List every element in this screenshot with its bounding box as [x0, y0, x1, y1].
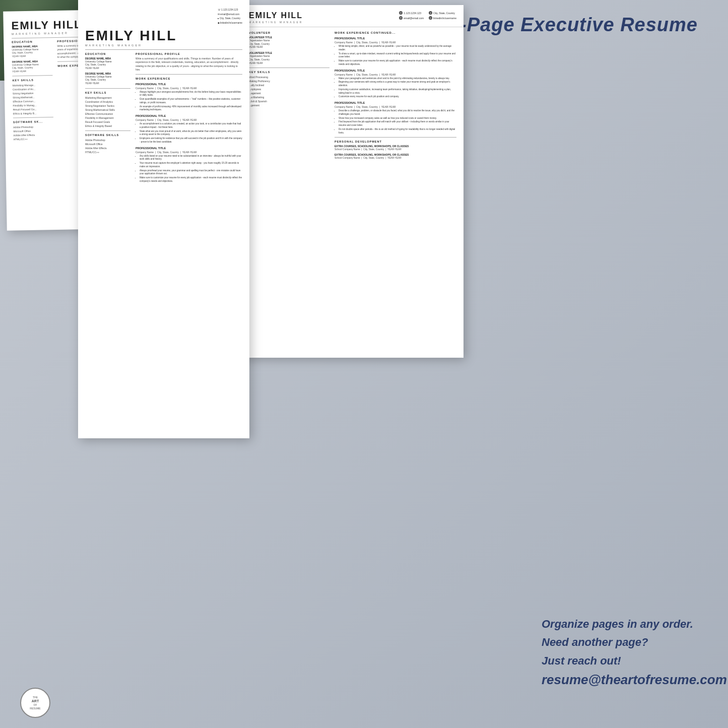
page3-skills-title: KEY SKILLS [249, 71, 329, 74]
page3-volunteer-title: VOLUNTEER [249, 31, 329, 34]
page3-personal-dev-title: PERSONAL DEVELOPMENT [335, 140, 456, 143]
page2-email: ✉ email@email.com [218, 13, 242, 17]
resume-page-3: EMILY HILL MARKETING MANAGER ☏ 1.123.123… [242, 5, 464, 358]
page1-edu-title: EDUCATION [12, 40, 52, 43]
page3-linkedin: in linkedin/in/username [429, 16, 456, 20]
page1-subtitle: MARKETING MANAGER [12, 31, 82, 35]
page3-work-continued-title: WORK EXPERIENCE CONTINUED... [335, 31, 456, 34]
page2-subtitle: MARKETING MANAGER [85, 44, 242, 47]
page3-email: ✉ email@email.com [399, 16, 424, 20]
page2-profile-text: Write a summary of your qualifications a… [136, 57, 242, 72]
promo-line2: Need another page? [542, 635, 713, 650]
page2-linkedin: ◆ linkedin/in/username [218, 21, 242, 26]
page1-software-title: SOFTWARE SK... [13, 120, 53, 123]
promo-line1: Organize pages in any order. [542, 617, 713, 632]
page3-location: ● City, State, Country [429, 11, 456, 15]
art-of-resume-badge: THE ART OF RESUME [20, 688, 50, 718]
page2-name: EMILY HILL [85, 29, 242, 43]
page3-name: EMILY HILL [249, 11, 303, 20]
page2-work-title: WORK EXPERIENCE [136, 77, 242, 80]
page2-job1-bullets: Always highlight your strongest accompli… [136, 91, 242, 112]
page3-subtitle: MARKETING MANAGER [249, 21, 303, 24]
badge-line2: ART [32, 699, 39, 703]
page2-location: ● City, State, Country [218, 17, 242, 21]
page2-profile-title: PROFESSIONAL PROFILE [136, 52, 242, 55]
page1-name: EMILY HILL [12, 19, 82, 31]
page2-job3-bullets: Any skills listed on your resume need to… [136, 155, 242, 183]
page2-edu-title: EDUCATION [85, 52, 130, 55]
page2-skills-title: KEY SKILLS [85, 91, 130, 94]
badge-line4: RESUME [30, 707, 40, 710]
page2-software-title: SOFTWARE SKILLS [85, 134, 130, 137]
promo-email: resume@theartofresume.com [542, 672, 713, 688]
page3-phone: ☏ 1.123.1234.123 [399, 11, 424, 15]
promo-area: Organize pages in any order. Need anothe… [542, 617, 713, 688]
page1-skills-title: KEY SKILLS [13, 78, 53, 82]
page2-phone: ☏ 1.123.1234.123 [218, 8, 242, 13]
page2-job2-bullets: An accomplishment is a solution you crea… [136, 122, 242, 144]
promo-line3: Just reach out! [542, 653, 713, 669]
resume-page-2: ☏ 1.123.1234.123 ✉ email@email.com ● Cit… [78, 0, 249, 438]
